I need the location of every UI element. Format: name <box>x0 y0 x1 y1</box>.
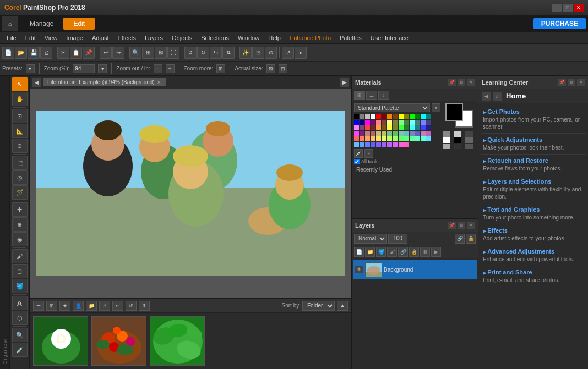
color-cell-13[interactable] <box>426 114 431 119</box>
canvas-tab-active[interactable]: FileInfo.com Example @ 94% (Background) … <box>43 78 166 86</box>
layer-lock-btn[interactable]: 🔒 <box>466 234 476 244</box>
color-cell-37[interactable] <box>404 125 409 130</box>
tool-pan[interactable]: ✋ <box>12 92 28 106</box>
color-cell-23[interactable] <box>404 120 409 125</box>
color-cell-56[interactable] <box>354 136 359 141</box>
filmstrip-btn-8[interactable]: ↺ <box>126 301 137 311</box>
tool-text[interactable]: A <box>12 296 28 310</box>
lc-float[interactable]: ⧉ <box>568 79 575 86</box>
lc-item-4[interactable]: Text and GraphicsTurn your photo into so… <box>481 203 586 224</box>
swatch-2[interactable] <box>454 131 461 137</box>
swatch-6[interactable] <box>465 137 473 143</box>
lc-back-btn[interactable]: ◀ <box>482 92 491 101</box>
color-cell-3[interactable] <box>371 114 375 119</box>
link-layers-btn[interactable]: 🔗 <box>398 247 408 257</box>
layer-row-background[interactable]: 👁 Background <box>353 260 477 279</box>
color-cell-20[interactable] <box>387 120 392 125</box>
lc-item-0[interactable]: Get PhotosImport photos from your PC, ca… <box>481 106 586 134</box>
color-cell-45[interactable] <box>371 131 375 136</box>
tool-crop[interactable]: ⊡ <box>12 109 28 123</box>
filmstrip-btn-1[interactable]: ☰ <box>33 301 44 311</box>
color-cell-10[interactable] <box>410 114 415 119</box>
color-cell-49[interactable] <box>393 131 398 136</box>
undo-button[interactable]: ↩ <box>100 47 112 59</box>
color-cell-24[interactable] <box>410 120 415 125</box>
tool-eraser[interactable]: ◻ <box>12 264 28 278</box>
zoom-in-button[interactable]: + <box>166 64 175 73</box>
canvas-viewport[interactable] <box>30 89 351 298</box>
filmstrip-btn-3[interactable]: ★ <box>59 301 70 311</box>
color-cell-64[interactable] <box>399 136 404 141</box>
color-cell-15[interactable] <box>360 120 364 125</box>
filmstrip-btn-2[interactable]: ⊞ <box>46 301 57 311</box>
delete-layer-btn[interactable]: 🗑 <box>420 247 430 257</box>
tool-fill[interactable]: 🪣 <box>12 279 28 293</box>
color-cell-34[interactable] <box>387 125 392 130</box>
color-cell-54[interactable] <box>421 131 426 136</box>
color-cell-22[interactable] <box>399 120 404 125</box>
color-cell-2[interactable] <box>365 114 370 119</box>
color-cell-79[interactable] <box>404 142 409 147</box>
swatch-4[interactable] <box>443 137 450 143</box>
flip-h-button[interactable]: ⇆ <box>210 47 222 59</box>
home-button[interactable]: ⌂ <box>2 16 18 31</box>
menu-edit[interactable]: Edit <box>21 34 40 42</box>
layer-link-btn[interactable]: 🔗 <box>455 234 465 244</box>
color-cell-0[interactable] <box>354 114 359 119</box>
zoom-more-button[interactable]: ⊞ <box>216 64 225 73</box>
color-cell-53[interactable] <box>415 131 420 136</box>
foreground-color-swatch[interactable] <box>445 103 463 121</box>
color-cell-8[interactable] <box>399 114 404 119</box>
lc-home-btn[interactable]: ⌂ <box>493 92 502 101</box>
tool-shape[interactable]: ⬡ <box>12 311 28 325</box>
color-cell-1[interactable] <box>360 114 364 119</box>
tool-magic-wand[interactable]: 🪄 <box>12 185 28 200</box>
lc-item-6[interactable]: Advanced AdjustmentsEnhance and edit wit… <box>481 245 586 266</box>
all-tools-checkbox[interactable] <box>354 159 360 164</box>
color-cell-26[interactable] <box>421 120 426 125</box>
lc-item-5[interactable]: EffectsAdd artistic effects to your phot… <box>481 224 586 245</box>
tool-select-freehand[interactable]: ◎ <box>12 170 28 185</box>
lc-item-1[interactable]: Quick AdjustmentsMake your photos look t… <box>481 134 586 155</box>
color-cell-47[interactable] <box>382 131 386 136</box>
tab-more-arrow[interactable]: ▶ <box>340 78 349 87</box>
menu-objects[interactable]: Objects <box>167 34 197 42</box>
materials-float[interactable]: ⧉ <box>458 79 465 86</box>
minimize-button[interactable]: ─ <box>552 4 562 12</box>
menu-window[interactable]: Window <box>233 34 264 42</box>
zoom-input[interactable] <box>73 64 95 73</box>
eyedropper-btn[interactable]: 💉 <box>354 149 363 158</box>
lc-item-2[interactable]: Retouch and RestoreRemove flaws from you… <box>481 155 586 175</box>
redo-button[interactable]: ↪ <box>112 47 124 59</box>
enhance-button[interactable]: ✨ <box>239 47 252 59</box>
rotate-left-button[interactable]: ↺ <box>184 47 197 59</box>
tool-redeye[interactable]: ◉ <box>12 232 28 246</box>
color-cell-41[interactable] <box>426 125 431 130</box>
lc-close[interactable]: ✕ <box>577 79 585 86</box>
tool-paint[interactable]: 🖌 <box>12 249 28 263</box>
color-cell-68[interactable] <box>421 136 426 141</box>
fit-button[interactable]: ⊞ <box>142 47 154 59</box>
new-group-btn[interactable]: 📁 <box>365 247 375 257</box>
color-cell-44[interactable] <box>365 131 370 136</box>
color-cell-29[interactable] <box>360 125 364 130</box>
color-cell-39[interactable] <box>415 125 420 130</box>
color-cell-65[interactable] <box>404 136 409 141</box>
purchase-button[interactable]: PURCHASE <box>533 18 586 29</box>
color-cell-33[interactable] <box>382 125 386 130</box>
mat-tab-3[interactable]: ↕ <box>378 91 389 100</box>
lc-item-3[interactable]: Layers and SelectionsEdit multiple eleme… <box>481 175 586 203</box>
color-cell-40[interactable] <box>421 125 426 130</box>
swatch-8[interactable] <box>454 144 461 149</box>
share-button[interactable]: ↗ <box>282 47 294 59</box>
menu-help[interactable]: Help <box>264 34 285 42</box>
color-cell-17[interactable] <box>371 120 375 125</box>
color-cell-32[interactable] <box>376 125 381 130</box>
flip-v-button[interactable]: ⇅ <box>222 47 235 59</box>
swatch-9[interactable] <box>465 144 473 149</box>
zoom-out-button[interactable]: − <box>154 64 162 73</box>
menu-enhance-photo[interactable]: Enhance Photo <box>285 34 335 42</box>
filmstrip-btn-9[interactable]: ⬆ <box>139 301 150 311</box>
palette-select[interactable]: Standard Palette <box>354 103 430 112</box>
color-cell-73[interactable] <box>371 142 375 147</box>
